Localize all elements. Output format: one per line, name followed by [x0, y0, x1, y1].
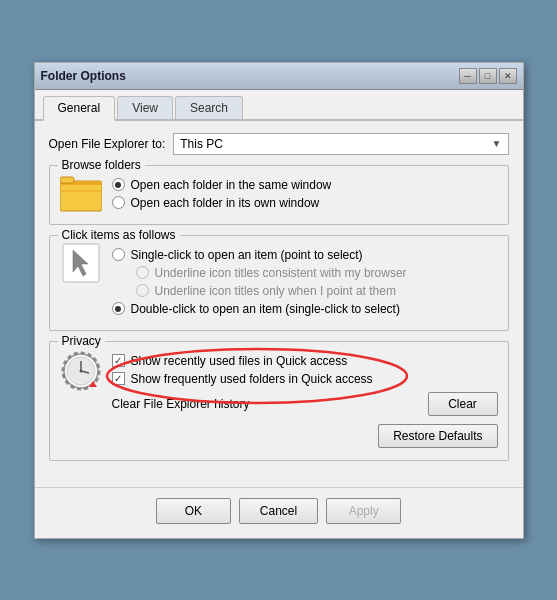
cursor-icon-area: [60, 244, 102, 282]
privacy-checkboxes-wrapper: Show recently used files in Quick access…: [112, 354, 498, 386]
underline-point-label: Underline icon titles only when I point …: [155, 284, 396, 298]
privacy-options: Show recently used files in Quick access…: [112, 350, 498, 416]
folder-options-dialog: Folder Options ─ □ ✕ General View Search…: [34, 62, 524, 539]
clock-gear-icon: [61, 351, 101, 391]
radio-single-click[interactable]: [112, 248, 125, 261]
frequent-folders-label: Show frequently used folders in Quick ac…: [131, 372, 373, 386]
restore-defaults-row: Restore Defaults: [60, 424, 498, 448]
browse-folders-options: Open each folder in the same window Open…: [112, 174, 332, 214]
browse-folders-label: Browse folders: [58, 158, 145, 172]
radio-underline-browser: [136, 266, 149, 279]
underline-browser-label: Underline icon titles consistent with my…: [155, 266, 407, 280]
svg-rect-0: [60, 181, 102, 211]
open-file-explorer-dropdown[interactable]: This PC ▼: [173, 133, 508, 155]
recent-files-checkbox[interactable]: [112, 354, 125, 367]
click-items-label: Click items as follows: [58, 228, 180, 242]
open-file-explorer-label: Open File Explorer to:: [49, 137, 166, 151]
restore-defaults-button[interactable]: Restore Defaults: [378, 424, 497, 448]
single-click-option[interactable]: Single-click to open an item (point to s…: [112, 248, 498, 262]
click-items-options: Single-click to open an item (point to s…: [112, 244, 498, 320]
frequent-folders-checkbox[interactable]: [112, 372, 125, 385]
browse-own-window-option[interactable]: Open each folder in its own window: [112, 196, 332, 210]
chevron-down-icon: ▼: [492, 138, 502, 149]
dialog-title: Folder Options: [41, 69, 126, 83]
tab-bar: General View Search: [35, 90, 523, 121]
radio-double-click[interactable]: [112, 302, 125, 315]
tab-general[interactable]: General: [43, 96, 116, 121]
browse-same-window-label: Open each folder in the same window: [131, 178, 332, 192]
click-items-group: Click items as follows Single-click to o…: [49, 235, 509, 331]
click-items-content: Single-click to open an item (point to s…: [60, 244, 498, 320]
svg-rect-2: [60, 177, 74, 183]
double-click-label: Double-click to open an item (single-cli…: [131, 302, 400, 316]
browse-folders-group: Browse folders Open each folder in the s…: [49, 165, 509, 225]
radio-underline-point: [136, 284, 149, 297]
title-bar: Folder Options ─ □ ✕: [35, 63, 523, 90]
browse-own-window-label: Open each folder in its own window: [131, 196, 320, 210]
minimize-button[interactable]: ─: [459, 68, 477, 84]
privacy-content: Show recently used files in Quick access…: [60, 350, 498, 416]
tab-view[interactable]: View: [117, 96, 173, 119]
underline-point-option: Underline icon titles only when I point …: [112, 284, 498, 298]
radio-own-window[interactable]: [112, 196, 125, 209]
underline-browser-option: Underline icon titles consistent with my…: [112, 266, 498, 280]
privacy-icon-area: [60, 350, 102, 392]
tab-search[interactable]: Search: [175, 96, 243, 119]
apply-button[interactable]: Apply: [326, 498, 401, 524]
title-bar-buttons: ─ □ ✕: [459, 68, 517, 84]
cancel-button[interactable]: Cancel: [239, 498, 318, 524]
browse-same-window-option[interactable]: Open each folder in the same window: [112, 178, 332, 192]
frequent-folders-checkbox-item[interactable]: Show frequently used folders in Quick ac…: [112, 372, 498, 386]
ok-button[interactable]: OK: [156, 498, 231, 524]
clear-button[interactable]: Clear: [428, 392, 498, 416]
single-click-label: Single-click to open an item (point to s…: [131, 248, 363, 262]
cursor-icon: [61, 242, 101, 284]
open-file-explorer-row: Open File Explorer to: This PC ▼: [49, 133, 509, 155]
bottom-button-bar: OK Cancel Apply: [35, 487, 523, 538]
svg-point-11: [79, 369, 82, 372]
recent-files-label: Show recently used files in Quick access: [131, 354, 348, 368]
dropdown-value: This PC: [180, 137, 223, 151]
folder-icon-area: [60, 175, 102, 213]
close-button[interactable]: ✕: [499, 68, 517, 84]
browse-folders-content: Open each folder in the same window Open…: [60, 174, 498, 214]
recent-files-checkbox-item[interactable]: Show recently used files in Quick access: [112, 354, 498, 368]
privacy-group-label: Privacy: [58, 334, 105, 348]
clear-history-row: Clear File Explorer history Clear: [112, 392, 498, 416]
folder-icon: [60, 175, 102, 213]
clear-history-label: Clear File Explorer history: [112, 397, 250, 411]
tab-general-content: Open File Explorer to: This PC ▼ Browse …: [35, 121, 523, 483]
radio-same-window[interactable]: [112, 178, 125, 191]
privacy-group: Privacy: [49, 341, 509, 461]
double-click-option[interactable]: Double-click to open an item (single-cli…: [112, 302, 498, 316]
maximize-button[interactable]: □: [479, 68, 497, 84]
